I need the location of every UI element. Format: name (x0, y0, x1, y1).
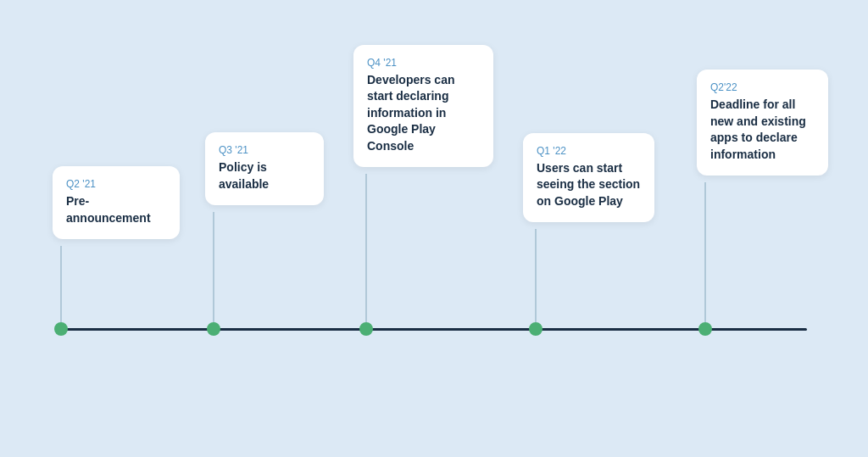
timeline-container: Q2 '21 Pre-announcement Q3 '21 Policy is… (27, 25, 841, 432)
milestone-5-label: Deadline for all new and existing apps t… (710, 97, 815, 163)
milestone-1-stem (60, 246, 62, 322)
milestone-4-card: Q1 '22 Users can start seeing the sectio… (523, 133, 654, 222)
milestone-1-dot (54, 322, 68, 336)
milestone-4-dot (529, 322, 542, 336)
milestone-3-stem (365, 174, 367, 322)
milestone-1-label: Pre-announcement (66, 193, 166, 226)
milestone-4-label: Users can start seeing the section on Go… (537, 160, 641, 210)
milestone-2-label: Policy is available (219, 159, 310, 192)
milestone-1-card: Q2 '21 Pre-announcement (53, 166, 180, 238)
milestone-4-quarter: Q1 '22 (537, 145, 641, 157)
milestone-5-dot (698, 322, 712, 336)
milestone-5-card: Q2'22 Deadline for all new and existing … (697, 70, 828, 175)
milestone-3-quarter: Q4 '21 (367, 57, 480, 69)
milestone-5-stem (704, 182, 706, 322)
milestone-5-quarter: Q2'22 (710, 81, 815, 93)
milestone-2-quarter: Q3 '21 (219, 144, 310, 156)
milestone-2-dot (207, 322, 220, 336)
milestone-2-card: Q3 '21 Policy is available (205, 132, 324, 204)
milestone-1-quarter: Q2 '21 (66, 178, 166, 190)
milestone-3-label: Developers can start declaring informati… (367, 72, 480, 155)
milestone-2-stem (213, 212, 214, 322)
milestone-4-stem (535, 229, 537, 322)
milestone-3-dot (359, 322, 373, 336)
milestone-3-card: Q4 '21 Developers can start declaring in… (353, 45, 493, 167)
timeline-line (61, 328, 807, 331)
